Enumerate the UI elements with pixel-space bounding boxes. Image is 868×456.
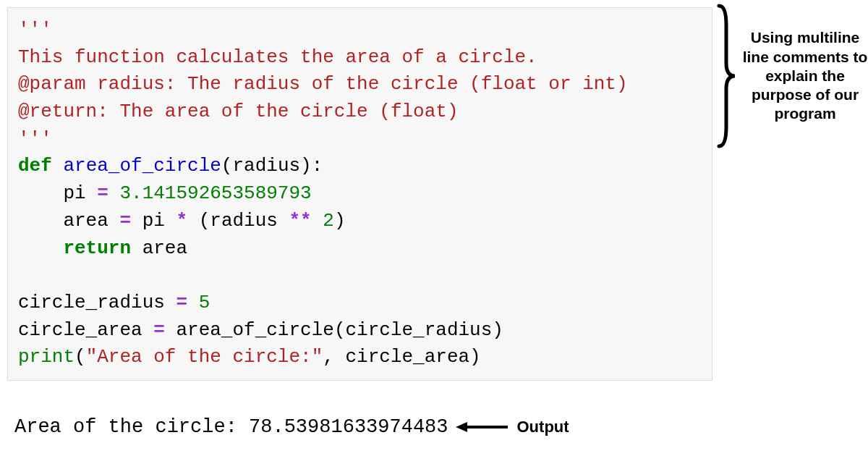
print-line: print("Area of the circle:", circle_area… — [18, 344, 702, 371]
output-line: Area of the circle: 78.53981633974483 Ou… — [14, 416, 569, 438]
def-line: def area_of_circle(radius): — [18, 153, 702, 180]
docstring-line-3: @return: The area of the circle (float) — [18, 98, 702, 126]
docstring-line-1: This function calculates the area of a c… — [18, 44, 702, 72]
docstring-line-2: @param radius: The radius of the circle … — [18, 71, 702, 98]
function-name: area_of_circle — [63, 155, 221, 177]
left-arrow-icon — [456, 420, 510, 434]
docstring-open: ''' — [18, 17, 702, 44]
area-assign-line: area = pi * (radius ** 2) — [18, 208, 702, 235]
radius-assign-line: circle_radius = 5 — [18, 290, 702, 317]
docstring-close: ''' — [18, 126, 702, 153]
annotation-right: Using multiline line comments to explain… — [716, 4, 868, 148]
blank-line — [18, 262, 702, 290]
code-block: ''' This function calculates the area of… — [7, 7, 712, 381]
def-keyword: def — [18, 155, 52, 177]
output-label: Output — [517, 418, 569, 436]
pi-assign-line: pi = 3.141592653589793 — [18, 180, 702, 208]
curly-brace-icon — [716, 4, 738, 148]
annotation-right-text: Using multiline line comments to explain… — [742, 28, 868, 123]
area-call-line: circle_area = area_of_circle(circle_radi… — [18, 317, 702, 345]
return-line: return area — [18, 235, 702, 263]
svg-marker-1 — [456, 422, 467, 432]
output-text: Area of the circle: 78.53981633974483 — [14, 416, 448, 438]
